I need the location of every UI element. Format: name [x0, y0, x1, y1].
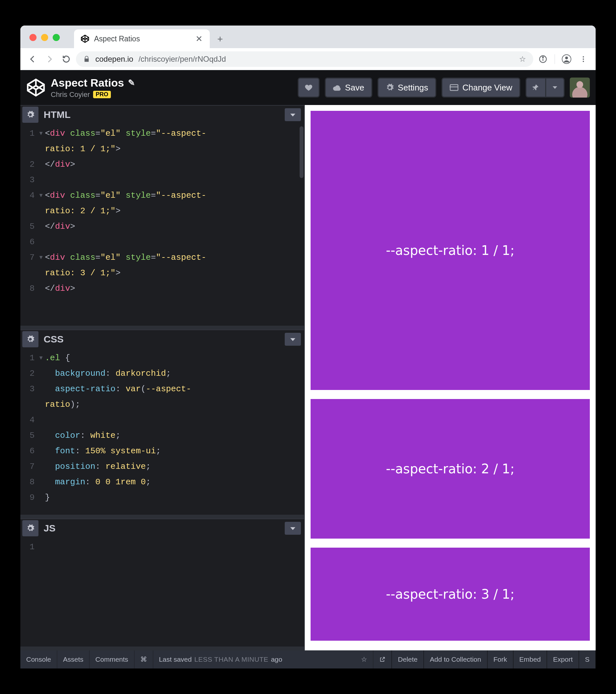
- browser-menu-icon[interactable]: [576, 52, 591, 66]
- svg-point-5: [542, 57, 543, 57]
- close-tab-icon[interactable]: ✕: [194, 32, 204, 46]
- save-button[interactable]: Save: [325, 77, 372, 97]
- close-window-button[interactable]: [30, 34, 37, 41]
- address-bar[interactable]: codepen.io/chriscoyier/pen/rNOqdJd ☆: [76, 51, 533, 67]
- maximize-window-button[interactable]: [53, 34, 60, 41]
- footer-save-status: Last saved LESS THAN A MINUTE ago: [153, 651, 288, 669]
- preview-box: --aspect-ratio: 1 / 1;: [311, 111, 590, 390]
- forward-button[interactable]: [42, 52, 57, 66]
- css-settings-icon[interactable]: [22, 331, 38, 347]
- codepen-header: Aspect Ratios ✎ Chris Coyier PRO Save Se…: [20, 70, 596, 105]
- editors-column: HTML 1▾<div class="el" style="--aspect-r…: [20, 105, 305, 651]
- css-editor[interactable]: 1▾.el {2 background: darkorchid;3 aspect…: [20, 348, 304, 515]
- codepen-footer: Console Assets Comments ⌘ Last saved LES…: [20, 651, 596, 669]
- user-avatar[interactable]: [570, 77, 590, 97]
- html-settings-icon[interactable]: [22, 107, 38, 123]
- codepen-body: HTML 1▾<div class="el" style="--aspect-r…: [20, 105, 596, 651]
- footer-export[interactable]: Export: [547, 651, 579, 669]
- back-button[interactable]: [25, 52, 40, 66]
- url-host: codepen.io: [95, 55, 133, 63]
- css-panel: CSS 1▾.el {2 background: darkorchid;3 as…: [20, 330, 304, 518]
- pen-author[interactable]: Chris Coyier: [51, 90, 90, 99]
- love-button[interactable]: [298, 77, 320, 97]
- footer-share[interactable]: S: [579, 651, 596, 669]
- footer-delete[interactable]: Delete: [392, 651, 424, 669]
- preview-box: --aspect-ratio: 3 / 1;: [311, 548, 590, 641]
- pen-title: Aspect Ratios: [51, 77, 124, 89]
- info-icon[interactable]: [536, 52, 550, 66]
- js-collapse-icon[interactable]: [285, 522, 301, 535]
- footer-assets[interactable]: Assets: [57, 651, 90, 669]
- pin-button[interactable]: [526, 77, 545, 97]
- js-editor[interactable]: 1: [20, 537, 304, 646]
- scrollbar[interactable]: [300, 126, 304, 178]
- codepen-logo[interactable]: [26, 78, 46, 97]
- html-editor[interactable]: 1▾<div class="el" style="--aspect-ratio:…: [20, 124, 304, 326]
- svg-point-10: [583, 61, 584, 62]
- js-panel: JS 1: [20, 518, 304, 651]
- lock-icon: [83, 56, 90, 63]
- svg-marker-17: [290, 114, 295, 117]
- html-panel-label: HTML: [43, 109, 70, 120]
- pin-dropdown[interactable]: [545, 77, 565, 97]
- edit-title-icon[interactable]: ✎: [128, 78, 135, 88]
- codepen-favicon: [80, 34, 90, 43]
- reload-button[interactable]: [59, 52, 73, 66]
- js-panel-label: JS: [43, 523, 56, 534]
- footer-embed[interactable]: Embed: [513, 651, 547, 669]
- footer-console[interactable]: Console: [20, 651, 57, 669]
- svg-point-9: [583, 58, 584, 60]
- new-tab-button[interactable]: +: [212, 31, 228, 47]
- browser-tabbar: Aspect Ratios ✕ +: [20, 25, 596, 48]
- svg-marker-18: [290, 338, 295, 341]
- browser-tab[interactable]: Aspect Ratios ✕: [74, 30, 210, 48]
- bookmark-star-icon[interactable]: ☆: [519, 55, 526, 63]
- footer-star-icon[interactable]: ☆: [355, 651, 373, 669]
- svg-point-7: [565, 56, 568, 59]
- codepen-app: Aspect Ratios ✎ Chris Coyier PRO Save Se…: [20, 70, 596, 669]
- footer-shortcuts[interactable]: ⌘: [134, 651, 153, 669]
- pro-badge: PRO: [93, 91, 111, 98]
- svg-rect-14: [450, 85, 458, 90]
- js-settings-icon[interactable]: [22, 520, 38, 536]
- footer-comments[interactable]: Comments: [90, 651, 134, 669]
- url-path: /chriscoyier/pen/rNOqdJd: [138, 55, 226, 63]
- tab-title: Aspect Ratios: [94, 35, 189, 43]
- toolbar-divider: [555, 54, 555, 64]
- browser-toolbar: codepen.io/chriscoyier/pen/rNOqdJd ☆: [20, 48, 596, 70]
- html-collapse-icon[interactable]: [285, 108, 301, 121]
- svg-marker-16: [552, 86, 557, 89]
- css-collapse-icon[interactable]: [285, 333, 301, 346]
- window-controls: [20, 34, 68, 48]
- svg-marker-19: [290, 527, 295, 530]
- footer-fork[interactable]: Fork: [487, 651, 513, 669]
- browser-window: Aspect Ratios ✕ + codepen.io/chriscoyier…: [20, 25, 596, 669]
- profile-icon[interactable]: [559, 52, 574, 66]
- minimize-window-button[interactable]: [41, 34, 48, 41]
- footer-popout-icon[interactable]: [373, 651, 392, 669]
- preview-box: --aspect-ratio: 2 / 1;: [311, 399, 590, 538]
- change-view-button[interactable]: Change View: [441, 77, 520, 97]
- footer-add-collection[interactable]: Add to Collection: [424, 651, 487, 669]
- css-panel-label: CSS: [43, 334, 64, 345]
- settings-button[interactable]: Settings: [378, 77, 436, 97]
- svg-point-8: [583, 56, 584, 57]
- preview-pane: --aspect-ratio: 1 / 1;--aspect-ratio: 2 …: [305, 105, 596, 651]
- html-panel: HTML 1▾<div class="el" style="--aspect-r…: [20, 105, 304, 330]
